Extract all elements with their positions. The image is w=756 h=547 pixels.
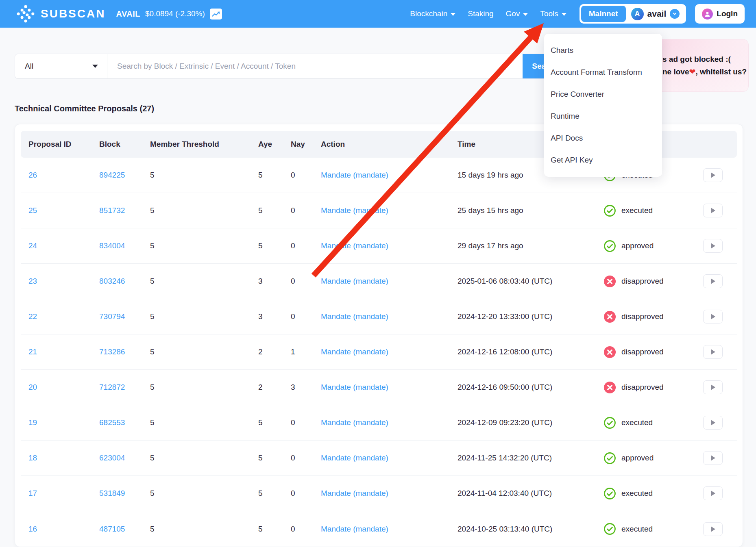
chain-selector[interactable]: A avail [631,8,685,20]
search-input[interactable] [107,54,523,78]
column-header: Aye [258,140,291,149]
expand-row-button[interactable] [703,310,723,323]
expand-row-button[interactable] [703,522,723,536]
proposal-id-link[interactable]: 18 [28,454,37,462]
play-triangle-icon [711,384,715,390]
mainnet-button[interactable]: Mainnet [581,6,626,22]
action-link[interactable]: Mandate (mandate) [321,206,388,215]
proposal-id-link[interactable]: 23 [28,277,37,285]
proposal-id-link[interactable]: 22 [28,312,37,321]
proposal-id-link[interactable]: 20 [28,383,37,391]
expand-row-button[interactable] [703,204,723,217]
expand-row-button[interactable] [703,239,723,253]
action-link[interactable]: Mandate (mandate) [321,418,388,427]
nav-item-tools[interactable]: Tools [540,9,566,18]
status-label: disapproved [621,347,664,356]
proposal-id-link[interactable]: 17 [28,489,37,497]
tools-menu-item[interactable]: Charts [544,39,662,61]
block-link[interactable]: 623004 [99,454,125,462]
member-threshold-value: 5 [150,277,258,286]
action-link[interactable]: Mandate (mandate) [321,312,388,321]
block-link[interactable]: 682553 [99,418,125,427]
proposal-id-link[interactable]: 21 [28,347,37,356]
column-header: Action [321,140,458,149]
status-badge: approved [603,240,703,252]
action-link[interactable]: Mandate (mandate) [321,241,388,250]
nav-item-staking[interactable]: Staking [468,9,493,18]
proposal-id-link[interactable]: 26 [28,171,37,179]
action-link[interactable]: Mandate (mandate) [321,383,388,391]
nav-item-blockchain[interactable]: Blockchain [410,9,455,18]
nay-count: 0 [291,418,321,427]
action-link[interactable]: Mandate (mandate) [321,171,388,179]
time-value: 2024-12-20 13:33:00 (UTC) [458,312,603,321]
status-badge: executed [603,487,703,500]
action-link[interactable]: Mandate (mandate) [321,489,388,497]
status-label: disapproved [621,277,664,286]
time-value: 2025-01-06 08:03:40 (UTC) [458,277,603,286]
nay-count: 0 [291,171,321,180]
block-link[interactable]: 803246 [99,277,125,285]
member-threshold-value: 5 [150,489,258,498]
block-link[interactable]: 531849 [99,489,125,497]
proposal-id-link[interactable]: 24 [28,241,37,250]
proposal-id-link[interactable]: 19 [28,418,37,427]
ad-line-1: s ad got blocked :( [662,53,747,65]
fail-x-icon [603,381,616,394]
action-link[interactable]: Mandate (mandate) [321,347,388,356]
fail-x-icon [603,275,616,288]
tools-menu-item[interactable]: API Docs [544,127,662,149]
action-link[interactable]: Mandate (mandate) [321,454,388,462]
nav-item-label: Gov [506,9,520,18]
subscan-dots-icon [16,4,35,23]
expand-row-button[interactable] [703,416,723,430]
block-link[interactable]: 487105 [99,525,125,533]
nav-item-gov[interactable]: Gov [506,9,528,18]
search-filter-select[interactable]: All [15,54,107,78]
proposal-id-link[interactable]: 16 [28,525,37,533]
aye-count: 5 [258,418,291,427]
aye-count: 5 [258,206,291,215]
tools-menu-item[interactable]: Get API Key [544,149,662,171]
tools-menu-item[interactable]: Runtime [544,105,662,127]
success-check-icon [603,487,616,500]
table-row: 23 803246 5 3 0 Mandate (mandate) 2025-0… [21,264,737,299]
time-value: 2024-12-09 09:23:20 (UTC) [458,418,603,427]
subscan-logo[interactable]: SUBSCAN [16,4,105,23]
nay-count: 0 [291,206,321,215]
block-link[interactable]: 712872 [99,383,125,391]
expand-row-button[interactable] [703,380,723,394]
block-link[interactable]: 894225 [99,171,125,179]
play-triangle-icon [711,278,715,284]
expand-row-button[interactable] [703,486,723,500]
network-selector: Mainnet A avail [580,4,686,24]
time-value: 29 days 17 hrs ago [458,241,603,250]
block-link[interactable]: 730794 [99,312,125,321]
block-link[interactable]: 851732 [99,206,125,215]
expand-row-button[interactable] [703,345,723,359]
login-button[interactable]: Login [695,4,745,24]
tools-menu-item[interactable]: Price Converter [544,83,662,105]
block-link[interactable]: 834004 [99,241,125,250]
global-search-bar: All Search [15,54,568,79]
aye-count: 5 [258,489,291,498]
table-row: 25 851732 5 5 0 Mandate (mandate) 25 day… [21,193,737,228]
chain-name: avail [647,9,667,19]
member-threshold-value: 5 [150,241,258,250]
block-link[interactable]: 713286 [99,347,125,356]
action-link[interactable]: Mandate (mandate) [321,525,388,533]
expand-row-button[interactable] [703,168,723,182]
aye-count: 2 [258,347,291,356]
expand-row-button[interactable] [703,274,723,288]
tools-menu-item[interactable]: Account Format Transform [544,61,662,83]
proposal-id-link[interactable]: 25 [28,206,37,215]
nav-item-label: Blockchain [410,9,447,18]
table-row: 19 682553 5 5 0 Mandate (mandate) 2024-1… [21,405,737,441]
status-label: executed [621,489,653,498]
expand-row-button[interactable] [703,451,723,465]
action-link[interactable]: Mandate (mandate) [321,277,388,285]
nay-count: 0 [291,277,321,286]
member-threshold-value: 5 [150,454,258,462]
status-label: disapproved [621,312,664,321]
price-chart-icon[interactable] [210,9,222,20]
